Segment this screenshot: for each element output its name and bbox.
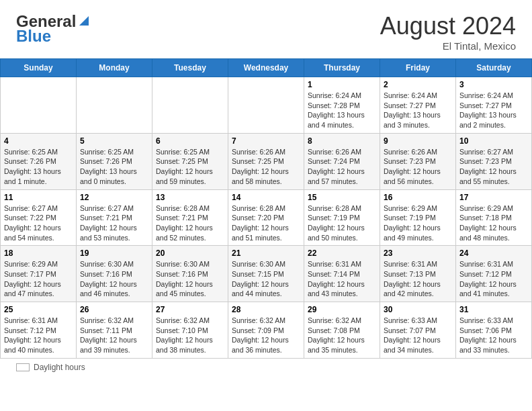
day-info: Sunrise: 6:24 AM Sunset: 7:27 PM Dayligh… (459, 91, 528, 130)
day-number: 5 (80, 136, 148, 146)
day-info: Sunrise: 6:29 AM Sunset: 7:19 PM Dayligh… (384, 203, 452, 243)
calendar-day-cell: 8Sunrise: 6:26 AM Sunset: 7:24 PM Daylig… (304, 133, 380, 189)
calendar-day-cell: 20Sunrise: 6:30 AM Sunset: 7:16 PM Dayli… (152, 246, 228, 302)
day-info: Sunrise: 6:26 AM Sunset: 7:25 PM Dayligh… (232, 147, 300, 187)
day-info: Sunrise: 6:28 AM Sunset: 7:20 PM Dayligh… (232, 203, 300, 243)
day-info: Sunrise: 6:25 AM Sunset: 7:26 PM Dayligh… (80, 147, 148, 187)
logo-triangle-icon (77, 13, 91, 28)
day-number: 27 (156, 305, 224, 314)
calendar-week-row: 25Sunrise: 6:31 AM Sunset: 7:12 PM Dayli… (1, 302, 532, 359)
day-info: Sunrise: 6:25 AM Sunset: 7:25 PM Dayligh… (156, 147, 224, 187)
calendar-header-cell: Tuesday (152, 59, 228, 77)
day-number: 29 (308, 305, 376, 314)
calendar-day-cell: 16Sunrise: 6:29 AM Sunset: 7:19 PM Dayli… (380, 189, 456, 246)
page-header: General Blue August 2024 El Tintal, Mexi… (0, 0, 532, 58)
day-number: 6 (156, 136, 224, 146)
calendar-header-cell: Wednesday (228, 59, 304, 77)
day-number: 18 (4, 248, 73, 258)
day-info: Sunrise: 6:32 AM Sunset: 7:11 PM Dayligh… (80, 316, 148, 355)
day-number: 23 (384, 248, 452, 258)
calendar-day-cell (77, 77, 152, 134)
day-info: Sunrise: 6:31 AM Sunset: 7:12 PM Dayligh… (4, 316, 73, 355)
calendar-header-cell: Saturday (456, 59, 532, 77)
day-info: Sunrise: 6:32 AM Sunset: 7:09 PM Dayligh… (232, 316, 300, 355)
calendar-day-cell: 19Sunrise: 6:30 AM Sunset: 7:16 PM Dayli… (77, 246, 152, 302)
day-number: 16 (384, 193, 452, 202)
calendar-day-cell: 2Sunrise: 6:24 AM Sunset: 7:27 PM Daylig… (380, 77, 456, 134)
calendar-week-row: 4Sunrise: 6:25 AM Sunset: 7:26 PM Daylig… (1, 133, 532, 189)
calendar-day-cell: 15Sunrise: 6:28 AM Sunset: 7:19 PM Dayli… (304, 189, 380, 246)
day-info: Sunrise: 6:29 AM Sunset: 7:18 PM Dayligh… (459, 203, 528, 243)
day-number: 24 (459, 248, 528, 258)
calendar-day-cell: 12Sunrise: 6:27 AM Sunset: 7:21 PM Dayli… (77, 189, 152, 246)
day-info: Sunrise: 6:30 AM Sunset: 7:16 PM Dayligh… (156, 259, 224, 299)
day-info: Sunrise: 6:30 AM Sunset: 7:15 PM Dayligh… (232, 259, 300, 299)
day-number: 31 (459, 305, 528, 314)
day-info: Sunrise: 6:31 AM Sunset: 7:12 PM Dayligh… (459, 259, 528, 299)
logo: General Blue (16, 12, 91, 46)
day-number: 11 (4, 193, 73, 202)
month-year-title: August 2024 (380, 12, 516, 40)
day-number: 9 (384, 136, 452, 146)
title-block: August 2024 El Tintal, Mexico (380, 12, 516, 52)
calendar-day-cell: 1Sunrise: 6:24 AM Sunset: 7:28 PM Daylig… (304, 77, 380, 134)
calendar-footer: Daylight hours (0, 359, 532, 376)
day-number: 1 (308, 80, 376, 89)
calendar-day-cell: 25Sunrise: 6:31 AM Sunset: 7:12 PM Dayli… (1, 302, 77, 359)
day-info: Sunrise: 6:26 AM Sunset: 7:23 PM Dayligh… (384, 147, 452, 187)
day-info: Sunrise: 6:27 AM Sunset: 7:23 PM Dayligh… (459, 147, 528, 187)
calendar-day-cell: 27Sunrise: 6:32 AM Sunset: 7:10 PM Dayli… (152, 302, 228, 359)
calendar-week-row: 11Sunrise: 6:27 AM Sunset: 7:22 PM Dayli… (1, 189, 532, 246)
calendar-body: 1Sunrise: 6:24 AM Sunset: 7:28 PM Daylig… (1, 77, 532, 359)
day-number: 7 (232, 136, 300, 146)
daylight-label: Daylight hours (34, 363, 85, 372)
calendar-day-cell: 14Sunrise: 6:28 AM Sunset: 7:20 PM Dayli… (228, 189, 304, 246)
day-info: Sunrise: 6:28 AM Sunset: 7:21 PM Dayligh… (156, 203, 224, 243)
calendar-day-cell: 5Sunrise: 6:25 AM Sunset: 7:26 PM Daylig… (77, 133, 152, 189)
calendar-day-cell: 13Sunrise: 6:28 AM Sunset: 7:21 PM Dayli… (152, 189, 228, 246)
day-number: 13 (156, 193, 224, 202)
calendar-day-cell: 11Sunrise: 6:27 AM Sunset: 7:22 PM Dayli… (1, 189, 77, 246)
calendar-day-cell: 17Sunrise: 6:29 AM Sunset: 7:18 PM Dayli… (456, 189, 532, 246)
calendar-day-cell: 4Sunrise: 6:25 AM Sunset: 7:26 PM Daylig… (1, 133, 77, 189)
calendar-day-cell: 31Sunrise: 6:33 AM Sunset: 7:06 PM Dayli… (456, 302, 532, 359)
calendar-day-cell: 10Sunrise: 6:27 AM Sunset: 7:23 PM Dayli… (456, 133, 532, 189)
calendar-day-cell: 6Sunrise: 6:25 AM Sunset: 7:25 PM Daylig… (152, 133, 228, 189)
calendar-day-cell: 30Sunrise: 6:33 AM Sunset: 7:07 PM Dayli… (380, 302, 456, 359)
calendar-table: SundayMondayTuesdayWednesdayThursdayFrid… (0, 58, 532, 359)
location-subtitle: El Tintal, Mexico (380, 40, 516, 52)
day-info: Sunrise: 6:27 AM Sunset: 7:22 PM Dayligh… (4, 203, 73, 243)
day-number: 2 (384, 80, 452, 89)
calendar-day-cell: 23Sunrise: 6:31 AM Sunset: 7:13 PM Dayli… (380, 246, 456, 302)
day-number: 14 (232, 193, 300, 202)
logo-blue: Blue (16, 27, 51, 46)
calendar-header-cell: Sunday (1, 59, 77, 77)
calendar-day-cell: 21Sunrise: 6:30 AM Sunset: 7:15 PM Dayli… (228, 246, 304, 302)
calendar-day-cell: 28Sunrise: 6:32 AM Sunset: 7:09 PM Dayli… (228, 302, 304, 359)
day-number: 12 (80, 193, 148, 202)
calendar-day-cell: 3Sunrise: 6:24 AM Sunset: 7:27 PM Daylig… (456, 77, 532, 134)
day-info: Sunrise: 6:27 AM Sunset: 7:21 PM Dayligh… (80, 203, 148, 243)
day-number: 20 (156, 248, 224, 258)
calendar-header-cell: Monday (77, 59, 152, 77)
day-number: 17 (459, 193, 528, 202)
calendar-day-cell: 29Sunrise: 6:32 AM Sunset: 7:08 PM Dayli… (304, 302, 380, 359)
day-info: Sunrise: 6:28 AM Sunset: 7:19 PM Dayligh… (308, 203, 376, 243)
calendar-day-cell: 22Sunrise: 6:31 AM Sunset: 7:14 PM Dayli… (304, 246, 380, 302)
svg-marker-0 (79, 16, 89, 26)
calendar-week-row: 18Sunrise: 6:29 AM Sunset: 7:17 PM Dayli… (1, 246, 532, 302)
day-number: 22 (308, 248, 376, 258)
day-info: Sunrise: 6:33 AM Sunset: 7:07 PM Dayligh… (384, 316, 452, 355)
daylight-swatch (16, 363, 30, 371)
day-info: Sunrise: 6:31 AM Sunset: 7:13 PM Dayligh… (384, 259, 452, 299)
calendar-day-cell: 24Sunrise: 6:31 AM Sunset: 7:12 PM Dayli… (456, 246, 532, 302)
day-number: 25 (4, 305, 73, 314)
calendar-day-cell: 18Sunrise: 6:29 AM Sunset: 7:17 PM Dayli… (1, 246, 77, 302)
day-number: 28 (232, 305, 300, 314)
day-info: Sunrise: 6:26 AM Sunset: 7:24 PM Dayligh… (308, 147, 376, 187)
calendar-week-row: 1Sunrise: 6:24 AM Sunset: 7:28 PM Daylig… (1, 77, 532, 134)
day-number: 4 (4, 136, 73, 146)
day-info: Sunrise: 6:30 AM Sunset: 7:16 PM Dayligh… (80, 259, 148, 299)
day-info: Sunrise: 6:32 AM Sunset: 7:10 PM Dayligh… (156, 316, 224, 355)
day-info: Sunrise: 6:32 AM Sunset: 7:08 PM Dayligh… (308, 316, 376, 355)
